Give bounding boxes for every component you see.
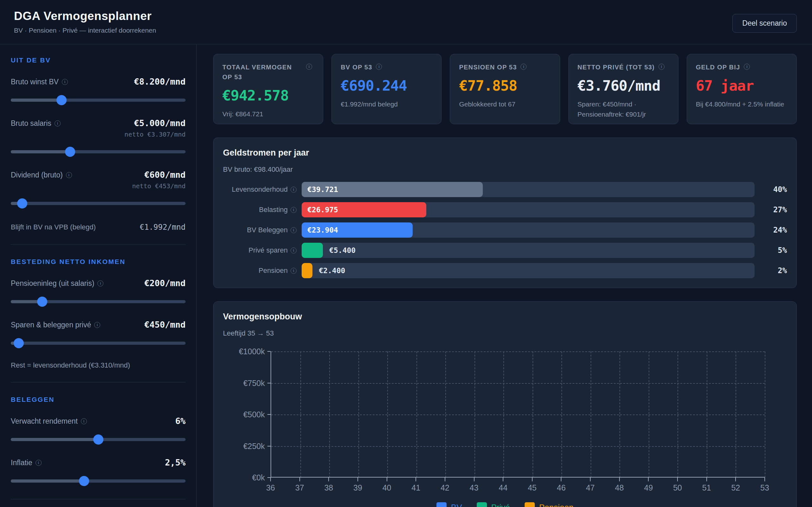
- kpi-title: PENSIOEN OP 53: [459, 62, 517, 72]
- kpi-value: €77.858: [459, 77, 551, 94]
- x-tick-mark: [677, 477, 678, 481]
- kpi-subtext: Sparen: €450/mnd · Pensioenaftrek: €901/…: [577, 99, 669, 119]
- bar-label: Privé spareni: [223, 246, 297, 255]
- header: DGA Vermogensplanner BV · Pensioen · Pri…: [0, 0, 812, 44]
- vertical-gridline: [474, 351, 475, 477]
- horizontal-gridline: [271, 414, 765, 415]
- slider-thumb[interactable]: [56, 95, 67, 105]
- share-scenario-button[interactable]: Deel scenario: [732, 14, 797, 33]
- legend-swatch: [477, 502, 487, 507]
- vertical-gridline: [649, 351, 649, 477]
- bar-track: [302, 263, 755, 278]
- y-tick-label: €500k: [243, 410, 265, 419]
- pensioeninleg-uit-salaris-slider[interactable]: [11, 296, 186, 307]
- slider-thumb[interactable]: [17, 199, 27, 209]
- bar-area: €5.400: [302, 243, 755, 258]
- chart-plot-area: [270, 351, 765, 477]
- bruto-salaris-slider[interactable]: [11, 147, 186, 157]
- control-value: €600/mnd: [132, 170, 186, 180]
- vertical-gridline: [300, 351, 301, 477]
- kpi-card-netto-prive: NETTO PRIVÉ (TOT 53)i€3.760/mndSparen: €…: [568, 54, 678, 124]
- control-bruto-salaris: Bruto salarisi€5.000/mndnetto €3.307/mnd: [11, 118, 186, 157]
- horizontal-gridline: [271, 446, 765, 447]
- bar-area: €23.904: [302, 222, 755, 238]
- chart-legend: BVPrivéPensioen: [223, 502, 787, 507]
- bar-area: €26.975: [302, 202, 755, 217]
- info-icon[interactable]: i: [291, 187, 297, 193]
- info-icon[interactable]: i: [520, 64, 526, 70]
- slider-thumb[interactable]: [14, 338, 24, 348]
- vertical-gridline: [619, 351, 620, 477]
- x-tick-mark: [764, 477, 765, 481]
- kpi-value: 67 jaar: [696, 77, 788, 94]
- page-title: DGA Vermogensplanner: [14, 9, 156, 23]
- control-sparen-beleggen-priv: Sparen & beleggen privéi€450/mnd: [11, 320, 186, 349]
- verwacht-rendement-slider[interactable]: [11, 434, 186, 445]
- info-icon[interactable]: i: [291, 207, 297, 213]
- bar-percent: 27%: [760, 205, 787, 214]
- legend-swatch: [525, 502, 535, 507]
- info-icon[interactable]: i: [291, 268, 297, 274]
- slider-fill: [11, 438, 98, 441]
- control-value: €200/mnd: [144, 278, 186, 288]
- vertical-gridline: [329, 351, 330, 477]
- x-tick-label: 53: [760, 483, 769, 493]
- info-icon[interactable]: i: [94, 322, 100, 328]
- legend-label: Pensioen: [539, 503, 573, 507]
- control-label: Bruto salarisi: [11, 118, 61, 128]
- info-icon[interactable]: i: [81, 418, 87, 424]
- info-icon[interactable]: i: [66, 172, 72, 178]
- bruto-winst-bv-slider[interactable]: [11, 95, 186, 106]
- info-icon[interactable]: i: [306, 64, 312, 70]
- x-tick-label: 52: [731, 483, 740, 493]
- sparen-beleggen-priv-slider[interactable]: [11, 338, 186, 349]
- kpi-title: NETTO PRIVÉ (TOT 53): [577, 62, 655, 72]
- bar-row-priv-sparen: Privé spareni€5.4005%: [223, 243, 787, 258]
- kpi-head: PENSIOEN OP 53i: [459, 62, 551, 72]
- info-icon[interactable]: i: [291, 227, 297, 233]
- control-label: Bruto winst BVi: [11, 77, 68, 86]
- control-label: Dividend (bruto)i: [11, 170, 72, 179]
- x-tick-label: 50: [673, 483, 682, 493]
- y-axis-labels: €1000k€750k€500k€250k€0k: [223, 351, 270, 477]
- control-label: Inflatiei: [11, 458, 42, 467]
- vertical-gridline: [445, 351, 446, 477]
- slider-track[interactable]: [11, 342, 186, 345]
- slider-thumb[interactable]: [65, 147, 75, 157]
- x-tick-label: 46: [557, 483, 566, 493]
- kpi-head: GELD OP BIJi: [696, 62, 788, 72]
- control-value: 6%: [175, 416, 186, 426]
- info-icon[interactable]: i: [744, 64, 750, 70]
- slider-fill: [11, 480, 84, 483]
- control-subvalue: netto €453/mnd: [132, 182, 186, 190]
- x-axis-labels: 363738394041424344454647484950515253: [270, 477, 765, 495]
- control-bruto-winst-bv: Bruto winst BVi€8.200/mnd: [11, 77, 186, 106]
- y-tick-mark: [267, 351, 270, 352]
- info-icon[interactable]: i: [62, 79, 68, 85]
- info-icon[interactable]: i: [55, 120, 61, 126]
- x-tick-mark: [503, 477, 503, 481]
- x-tick-mark: [561, 477, 561, 481]
- dividend-bruto-slider[interactable]: [11, 198, 186, 209]
- sidebar: UIT DE BVBruto winst BVi€8.200/mndBruto …: [0, 44, 197, 507]
- inflatie-slider[interactable]: [11, 475, 186, 487]
- info-icon[interactable]: i: [36, 460, 42, 466]
- x-tick-mark: [299, 477, 300, 481]
- slider-thumb[interactable]: [93, 435, 103, 445]
- kpi-card-geld-op-bij: GELD OP BIJi67 jaarBij €4.800/mnd + 2.5%…: [687, 54, 797, 124]
- slider-thumb[interactable]: [37, 297, 47, 307]
- info-icon[interactable]: i: [658, 64, 664, 70]
- slider-thumb[interactable]: [79, 476, 89, 486]
- info-icon[interactable]: i: [97, 280, 103, 286]
- vertical-gridline: [591, 351, 591, 477]
- x-tick-mark: [445, 477, 445, 481]
- kpi-subtext: €1.992/mnd belegd: [341, 99, 432, 109]
- control-row: Verwacht rendementi6%: [11, 416, 186, 426]
- x-tick-mark: [415, 477, 416, 481]
- slider-track[interactable]: [11, 202, 186, 205]
- info-icon[interactable]: i: [291, 247, 297, 253]
- info-icon[interactable]: i: [376, 64, 382, 70]
- control-row: Inflatiei2,5%: [11, 458, 186, 467]
- cashflow-panel: Geldstromen per jaar BV bruto: €98.400/j…: [213, 137, 797, 288]
- wealth-subtitle: Leeftijd 35 → 53: [223, 329, 787, 337]
